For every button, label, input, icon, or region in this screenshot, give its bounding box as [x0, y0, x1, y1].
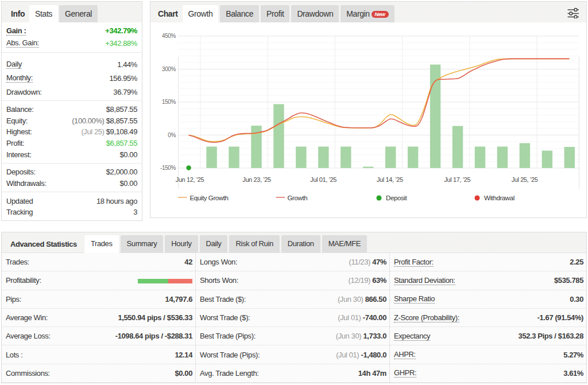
svg-text:150%: 150% — [162, 99, 176, 105]
svg-text:Jul 25, ’25: Jul 25, ’25 — [512, 176, 538, 183]
svg-text:Withdrawal: Withdrawal — [484, 195, 514, 201]
svg-text:Deposit: Deposit — [386, 195, 407, 201]
svg-text:Equity Growth: Equity Growth — [190, 195, 229, 201]
svg-text:300%: 300% — [162, 66, 176, 72]
svg-text:Jun 23, ’25: Jun 23, ’25 — [242, 176, 271, 183]
svg-text:450%: 450% — [162, 33, 176, 39]
svg-text:Jun 12, ’25: Jun 12, ’25 — [176, 176, 204, 183]
svg-text:Growth: Growth — [288, 195, 308, 201]
svg-text:0%: 0% — [168, 132, 176, 138]
svg-text:-150%: -150% — [160, 165, 176, 171]
svg-text:Jul 14, ’25: Jul 14, ’25 — [377, 176, 403, 183]
svg-text:Jul 01, ’25: Jul 01, ’25 — [310, 176, 336, 183]
svg-text:Jul 17, ’25: Jul 17, ’25 — [444, 176, 471, 183]
